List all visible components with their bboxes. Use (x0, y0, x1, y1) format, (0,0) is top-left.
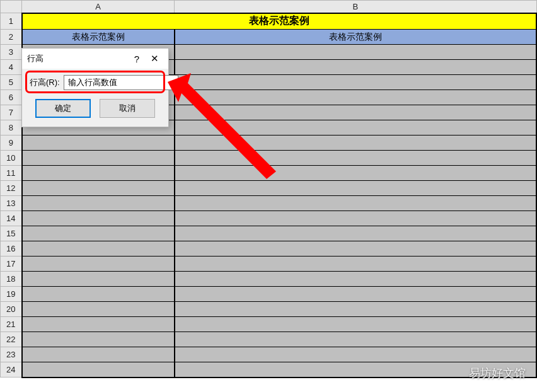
cell[interactable] (175, 151, 536, 166)
help-icon[interactable]: ? (128, 54, 146, 64)
row-header[interactable]: 8 (1, 120, 22, 135)
row-header[interactable]: 16 (1, 241, 22, 257)
cell[interactable] (175, 241, 536, 257)
select-all-corner[interactable] (1, 1, 22, 13)
row-header[interactable]: 6 (1, 90, 22, 105)
cell[interactable] (22, 196, 175, 211)
cell[interactable] (22, 332, 175, 347)
cell[interactable] (22, 362, 175, 378)
row-height-dialog: 行高 ? ✕ 行高(R): 确定 取消 (21, 48, 169, 127)
cell[interactable] (22, 272, 175, 287)
cell[interactable] (22, 211, 175, 226)
cell-b2[interactable]: 表格示范案例 (175, 30, 536, 45)
cell[interactable] (175, 135, 536, 151)
cell[interactable] (175, 347, 536, 362)
dialog-titlebar[interactable]: 行高 ? ✕ (22, 49, 168, 69)
row-header[interactable]: 17 (1, 257, 22, 272)
cell[interactable] (175, 332, 536, 347)
row-header[interactable]: 24 (1, 362, 22, 378)
row-header[interactable]: 3 (1, 45, 22, 60)
col-header-b[interactable]: B (175, 1, 536, 13)
cell[interactable] (22, 166, 175, 181)
cell[interactable] (175, 211, 536, 226)
cell[interactable] (175, 105, 536, 120)
row-header[interactable]: 2 (1, 30, 22, 45)
cell[interactable] (22, 287, 175, 302)
cell[interactable] (175, 120, 536, 135)
cell[interactable] (175, 302, 536, 317)
row-height-label: 行高(R): (30, 77, 60, 88)
row-header[interactable]: 19 (1, 287, 22, 302)
cell[interactable] (175, 257, 536, 272)
cell-a2[interactable]: 表格示范案例 (22, 30, 175, 45)
cell[interactable] (22, 226, 175, 241)
row-height-input[interactable] (64, 75, 178, 90)
cell[interactable] (22, 135, 175, 151)
row-header[interactable]: 7 (1, 105, 22, 120)
close-icon[interactable]: ✕ (146, 53, 163, 64)
cell[interactable] (22, 302, 175, 317)
row-header[interactable]: 4 (1, 60, 22, 75)
cancel-button[interactable]: 取消 (100, 99, 155, 118)
row-header[interactable]: 13 (1, 196, 22, 211)
cell[interactable] (22, 317, 175, 332)
dialog-title: 行高 (27, 53, 128, 64)
cell[interactable] (175, 317, 536, 332)
cell[interactable] (175, 60, 536, 75)
row-header[interactable]: 15 (1, 226, 22, 241)
cell[interactable] (22, 151, 175, 166)
cell[interactable] (175, 181, 536, 196)
row-header[interactable]: 11 (1, 166, 22, 181)
row-header[interactable]: 10 (1, 151, 22, 166)
cell[interactable] (22, 347, 175, 362)
cell[interactable] (175, 272, 536, 287)
cell[interactable] (175, 226, 536, 241)
row-header[interactable]: 21 (1, 317, 22, 332)
ok-button[interactable]: 确定 (35, 99, 91, 118)
row-header[interactable]: 12 (1, 181, 22, 196)
cell[interactable] (175, 196, 536, 211)
merged-title-cell[interactable]: 表格示范案例 (22, 13, 536, 30)
cell[interactable] (22, 241, 175, 257)
cell[interactable] (175, 45, 536, 60)
row-header[interactable]: 23 (1, 347, 22, 362)
cell[interactable] (175, 75, 536, 90)
cell[interactable] (22, 181, 175, 196)
row-header[interactable]: 14 (1, 211, 22, 226)
row-header[interactable]: 5 (1, 75, 22, 90)
row-header[interactable]: 22 (1, 332, 22, 347)
row-header[interactable]: 9 (1, 135, 22, 151)
row-header[interactable]: 1 (1, 13, 22, 30)
watermark-text: 易坊好文馆 (469, 366, 526, 381)
cell[interactable] (22, 257, 175, 272)
col-header-a[interactable]: A (22, 1, 175, 13)
cell[interactable] (175, 90, 536, 105)
row-header[interactable]: 18 (1, 272, 22, 287)
cell[interactable] (175, 166, 536, 181)
cell[interactable] (175, 287, 536, 302)
row-header[interactable]: 20 (1, 302, 22, 317)
